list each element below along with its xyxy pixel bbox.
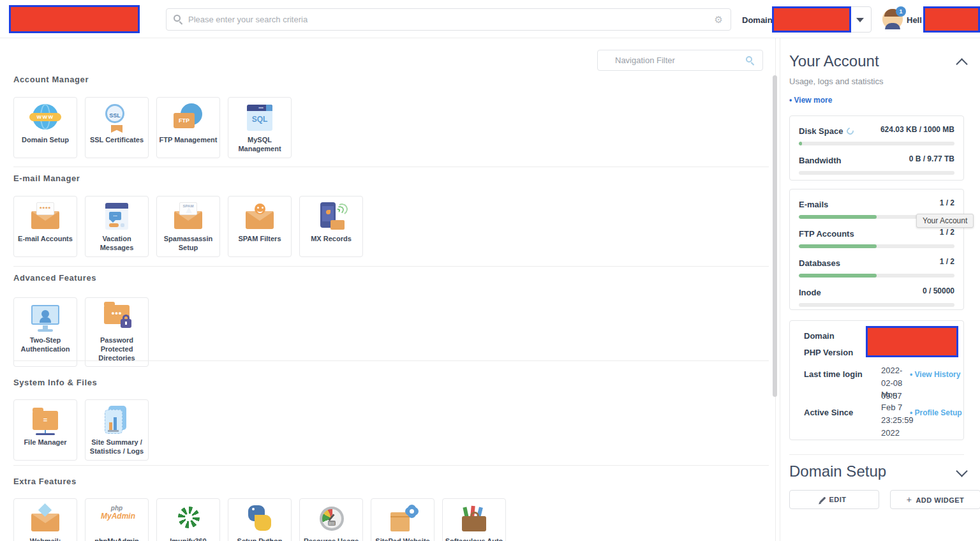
usage-label: Databases [799, 258, 840, 268]
section-title: Extra Features [13, 477, 77, 486]
navigation-filter-input[interactable] [615, 50, 739, 70]
your-account-title: Your Account [789, 52, 879, 70]
usage-row: Databases1 / 2 [790, 248, 963, 278]
refresh-icon[interactable] [845, 126, 855, 136]
username-redacted [923, 6, 980, 33]
feature-card-label: Domain Setup [14, 136, 77, 149]
feature-card-label: Two-Step Authentication [14, 336, 77, 358]
feature-card-label: Imunify360 Plugin [157, 537, 219, 541]
top-header-bar: ⚙ Domain 1 Hell [0, 0, 980, 38]
notification-badge[interactable]: 1 [896, 6, 906, 17]
section-title: System Info & Files [13, 378, 97, 387]
view-history-link[interactable]: View History [910, 370, 960, 379]
feature-card[interactable]: SitePad Website [371, 498, 434, 541]
feature-card[interactable]: =File Manager [13, 399, 77, 461]
green-pinwheel-icon [172, 505, 204, 534]
usage-value: 0 / 50000 [923, 286, 954, 295]
folder-lock-icon: ••• [101, 304, 133, 333]
feature-card-label: SitePad Website [371, 537, 434, 541]
sidebar-divider [789, 454, 964, 455]
domain-label: Domain [742, 15, 773, 25]
feature-card[interactable]: ...Vacation Messages [85, 196, 149, 257]
feature-card[interactable]: ||||Resource Usage [299, 498, 363, 541]
envelope-cube-icon [29, 505, 61, 534]
box-gear-icon [387, 505, 419, 534]
section-title: Account Manager [13, 75, 89, 84]
feature-card-label: Vacation Messages [85, 235, 148, 256]
gear-icon[interactable]: ⚙ [715, 14, 723, 26]
domain-row-label: Domain [804, 331, 835, 341]
php-version-label: PHP Version [804, 348, 853, 357]
search-icon [174, 15, 181, 22]
sql-window-icon: •••SQL [244, 103, 276, 133]
usage-value: 0 B / 9.77 TB [909, 154, 954, 163]
widgets-sidebar: Your Account Usage, logs and statistics … [780, 38, 980, 541]
monitor-user-icon [29, 304, 61, 333]
usage-label: Inode [799, 288, 821, 297]
search-input[interactable] [188, 9, 686, 30]
feature-card-label: MX Records [300, 235, 362, 248]
domain-selector[interactable] [772, 6, 872, 33]
feature-card[interactable]: SPAMSpamassassin Setup [156, 196, 220, 257]
usage-row: Inode0 / 50000 [790, 278, 963, 307]
directadmin-dashboard: ⚙ Domain 1 Hell Account ManagerWWWDomain… [0, 0, 980, 541]
feature-card[interactable]: Setup Python App [228, 498, 292, 541]
feature-card[interactable]: •••Password Protected Directories [85, 297, 149, 367]
envelope-smiley-icon [244, 202, 276, 232]
python-logo-icon [244, 505, 276, 534]
envelope-letter-icon: **** [29, 202, 61, 232]
add-widget-button[interactable]: +ADD WIDGET [890, 490, 980, 509]
feature-card[interactable]: SPAM Filters [228, 196, 292, 257]
ftp-folder-globe-icon: FTP [172, 103, 204, 133]
section-title: Advanced Features [13, 273, 96, 283]
quota-card: Your Account E-mails1 / 2FTP Accounts1 /… [789, 189, 964, 310]
feature-card-label: E-mail Accounts [14, 235, 77, 248]
greeting-text: Hell [907, 15, 922, 25]
domain-value-redacted [772, 6, 851, 33]
feature-card[interactable]: ****E-mail Accounts [13, 196, 77, 257]
feature-card-label: SSL Certificates [85, 136, 148, 149]
ssl-badge-icon: SSL [101, 103, 133, 133]
feature-card-label: Site Summary / Statistics / Logs [85, 438, 148, 460]
last-login-label: Last time login [804, 369, 863, 379]
edit-button[interactable]: EDIT [789, 490, 879, 509]
feature-card-label: File Manager [14, 438, 77, 451]
progress-bar [799, 303, 954, 307]
feature-card[interactable]: Two-Step Authentication [13, 297, 77, 367]
collapse-chevron-up-icon[interactable] [956, 58, 967, 70]
feature-card[interactable]: phpMyAdminphpMyAdmin [85, 498, 149, 541]
usage-label: FTP Accounts [799, 229, 854, 239]
feature-card[interactable]: •••SQLMySQL Management [228, 97, 292, 158]
feature-card[interactable]: MX Records [299, 196, 363, 257]
chevron-down-icon[interactable] [856, 18, 864, 22]
usage-value: 1 / 2 [940, 228, 954, 237]
feature-card-label: FTP Management [157, 136, 219, 149]
feature-card[interactable]: Imunify360 Plugin [156, 498, 220, 541]
feature-card[interactable]: Webmail: [13, 498, 77, 541]
usage-label: Bandwidth [799, 156, 841, 165]
feature-card[interactable]: SSLSSL Certificates [85, 97, 149, 158]
active-since-value: Mon Feb 7 23:25:59 2022 [881, 389, 913, 440]
progress-bar [799, 171, 954, 175]
phone-mail-signal-icon [315, 202, 347, 232]
feature-card[interactable]: Site Summary / Statistics / Logs [85, 399, 149, 461]
feature-card[interactable]: WWWDomain Setup [13, 97, 77, 158]
feature-card[interactable]: FTPFTP Management [156, 97, 220, 158]
envelope-spam-doc-icon: SPAM [172, 202, 204, 232]
pencil-icon [820, 497, 826, 503]
feature-card-label: MySQL Management [228, 136, 291, 158]
your-account-subtitle: Usage, logs and statistics [789, 77, 883, 86]
browser-chat-icon: ... [101, 202, 133, 232]
section-card-row: Two-Step Authentication•••Password Prote… [13, 297, 149, 367]
feature-card[interactable]: Softaculous Auto [442, 498, 506, 541]
expand-chevron-down-icon[interactable] [956, 465, 967, 477]
feature-card-label: Spamassassin Setup [157, 235, 219, 256]
usage-label: E-mails [799, 200, 828, 209]
account-detail-card: Domain PHP Version Last time login 2022-… [789, 320, 964, 440]
view-more-link[interactable]: View more [789, 96, 832, 105]
usage-row: Bandwidth0 B / 9.77 TB [790, 145, 963, 175]
active-since-label: Active Since [804, 408, 853, 417]
scrollbar-thumb[interactable] [773, 75, 777, 397]
avatar[interactable]: 1 [882, 9, 903, 29]
profile-setup-link[interactable]: Profile Setup [910, 408, 962, 417]
